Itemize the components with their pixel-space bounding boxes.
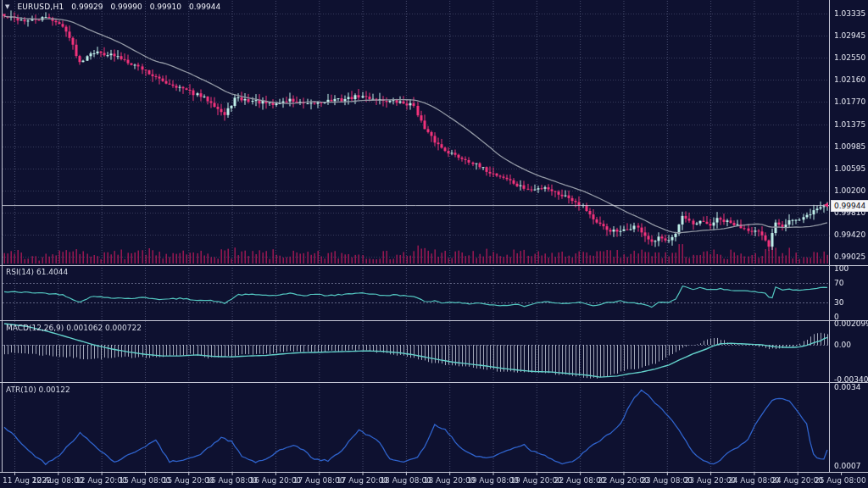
rsi-axis-label: 100 xyxy=(834,264,849,274)
rsi-indicator-label: RSI(14) 61.4044 xyxy=(6,268,68,277)
macd-axis-label: 0.002099 xyxy=(834,319,868,329)
quote-open: 0.99929 xyxy=(71,3,103,12)
atr-indicator-label: ATR(10) 0.00122 xyxy=(6,385,70,395)
price-axis-label: 1.02550 xyxy=(834,53,865,63)
rsi-axis-label: 30 xyxy=(834,298,843,308)
symbol-timeframe-label: EURUSD,H1 xyxy=(17,3,64,12)
price-axis-label: 1.00985 xyxy=(834,142,865,152)
trading-chart-window: ▼ EURUSD,H1 0.99929 0.99990 0.99910 0.99… xyxy=(0,0,868,488)
quote-low: 0.99910 xyxy=(150,3,181,12)
price-axis-label: 1.02945 xyxy=(834,31,865,41)
quote-high: 0.99990 xyxy=(111,3,142,12)
current-price-tag: 0.99944 xyxy=(831,200,868,212)
price-axis-label: 1.00595 xyxy=(834,164,865,174)
price-axis-label: 0.99420 xyxy=(834,230,865,240)
price-axis-label: 1.00200 xyxy=(834,186,865,196)
time-axis-label: 25 Aug 08:00 xyxy=(815,476,866,485)
macd-axis-label: 0.00 xyxy=(834,341,851,350)
macd-indicator-label: MACD(12,26,9) 0.001062 0.000722 xyxy=(6,324,142,333)
rsi-axis-label: 70 xyxy=(834,279,843,288)
collapse-quote-icon[interactable]: ▼ xyxy=(5,3,9,12)
quote-close: 0.99944 xyxy=(189,3,220,12)
price-axis-label: 1.02160 xyxy=(834,75,865,85)
price-axis-label: 1.03335 xyxy=(834,9,865,19)
chart-canvas[interactable] xyxy=(0,0,868,488)
price-axis-label: 1.01375 xyxy=(834,120,865,130)
price-axis-label: 1.01770 xyxy=(834,97,865,107)
price-axis-label: 0.99025 xyxy=(834,252,865,262)
chart-header: ▼ EURUSD,H1 0.99929 0.99990 0.99910 0.99… xyxy=(5,3,220,12)
atr-axis-label: 0.0007 xyxy=(834,462,861,471)
atr-axis-label: 0.0034 xyxy=(834,383,861,392)
